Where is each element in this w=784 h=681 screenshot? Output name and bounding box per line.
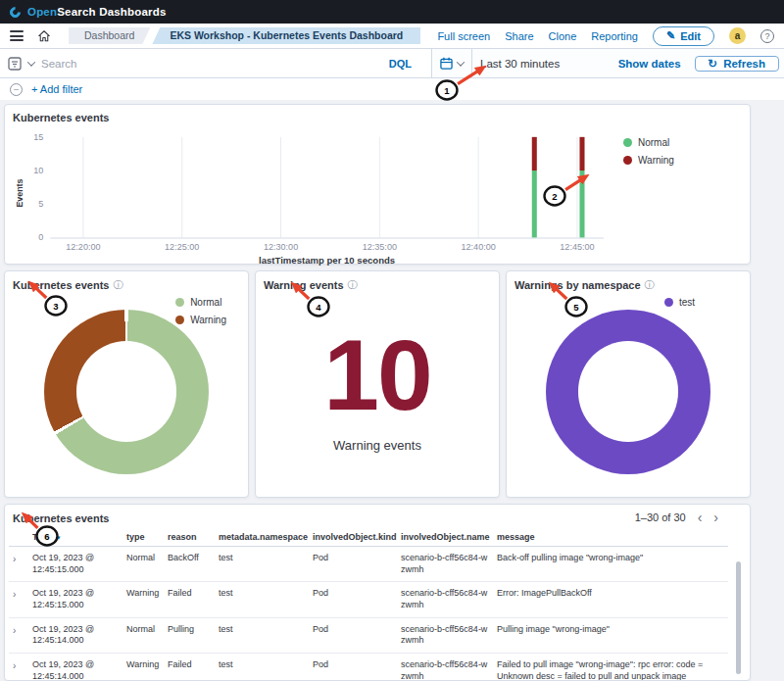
search-input[interactable] (41, 58, 370, 70)
chevron-down-icon (457, 58, 465, 66)
pagination-range: 1–30 of 30 (635, 511, 686, 523)
chart-legend: test (664, 297, 695, 308)
expand-row-icon[interactable]: › (9, 582, 28, 617)
x-tick-label: 12:25:00 (165, 242, 199, 252)
info-icon[interactable]: ⓘ (645, 278, 655, 292)
bar-segment-normal (532, 170, 537, 237)
column-header-time[interactable]: Time▼ (28, 528, 122, 547)
column-header-metadata-namespace[interactable]: metadata.namespace (215, 528, 309, 547)
prev-page-icon[interactable]: ‹ (698, 511, 703, 524)
help-icon[interactable]: ? (760, 29, 774, 43)
panel-kubernetes-events-pie: Kubernetes eventsⓘ NormalWarning (4, 270, 249, 498)
clone-link[interactable]: Clone (549, 30, 577, 42)
type-cell: Normal (122, 547, 164, 582)
x-tick-label: 12:45:00 (560, 242, 594, 252)
table-row[interactable]: ›Oct 19, 2023 @ 12:45:15.000NormalBackOf… (9, 547, 728, 582)
y-tick-label: 10 (33, 166, 43, 175)
share-link[interactable]: Share (505, 30, 533, 42)
reason-cell: Failed (164, 582, 215, 617)
column-header-reason[interactable]: reason (164, 528, 215, 547)
kind-cell: Pod (309, 547, 397, 582)
column-header-message[interactable]: message (493, 528, 728, 547)
query-bar: DQL Last 30 minutes Show dates ↻ Refresh (0, 49, 784, 78)
table-row[interactable]: ›Oct 19, 2023 @ 12:45:14.000NormalPullin… (9, 617, 728, 653)
events-donut-chart[interactable] (44, 310, 209, 474)
expander-header (9, 528, 28, 547)
show-dates-link[interactable]: Show dates (618, 58, 695, 70)
refresh-button[interactable]: ↻ Refresh (695, 56, 779, 72)
home-icon[interactable] (37, 29, 51, 43)
name-cell: scenario-b-cff56c84-wzwmh (397, 654, 493, 681)
chart-legend: NormalWarning (623, 125, 716, 267)
panel-warning-events-metric: Warning eventsⓘ 10 Warning events (255, 270, 500, 498)
namespace-donut-chart[interactable] (546, 310, 710, 474)
expand-row-icon[interactable]: › (9, 654, 28, 681)
legend-dot (623, 156, 632, 165)
name-cell: scenario-b-cff56c84-wzwmh (397, 547, 493, 582)
breadcrumb-dashboard[interactable]: Dashboard (69, 27, 150, 44)
events-bar-chart[interactable]: 12:20:0012:25:0012:30:0012:35:0012:40:00… (11, 125, 623, 267)
legend-dot (623, 138, 632, 147)
legend-item-normal[interactable]: Normal (623, 137, 716, 148)
legend-item-warning[interactable]: Warning (623, 155, 716, 166)
app-title: OpenSearch Dashboards (27, 6, 167, 18)
date-picker: Last 30 minutes Show dates ↻ Refresh (431, 49, 784, 77)
app-header: OpenSearch Dashboards (0, 0, 784, 24)
time-range[interactable]: Last 30 minutes (480, 58, 560, 70)
column-header-involvedobject-name[interactable]: involvedObject.name (397, 528, 493, 547)
legend-dot (664, 298, 673, 307)
warning-events-count: 10 (323, 328, 430, 423)
panel-kubernetes-events-table: Kubernetes events 1–30 of 30 ‹ › Time▼ty… (4, 504, 751, 681)
legend-item-test[interactable]: test (664, 297, 695, 308)
time-cell: Oct 19, 2023 @ 12:45:14.000 (28, 654, 122, 681)
filter-icon[interactable]: – (10, 83, 23, 96)
legend-item-normal[interactable]: Normal (175, 297, 226, 308)
chart-legend: NormalWarning (175, 297, 226, 325)
name-cell: scenario-b-cff56c84-wzwmh (397, 582, 493, 617)
legend-label: Warning (190, 315, 226, 325)
message-cell: Failed to pull image "wrong-image": rpc … (493, 654, 728, 681)
panel-warnings-by-namespace: Warnings by namespaceⓘ test (506, 270, 751, 498)
navbar: Dashboard EKS Workshop - Kubernetes Even… (0, 24, 784, 49)
column-header-involvedobject-kind[interactable]: involvedObject.kind (309, 528, 397, 547)
table-row[interactable]: ›Oct 19, 2023 @ 12:45:15.000WarningFaile… (9, 582, 728, 617)
panel-kubernetes-events-histogram: Kubernetes events 12:20:0012:25:0012:30:… (4, 104, 751, 265)
namespace-cell: test (215, 547, 309, 582)
calendar-button[interactable] (432, 57, 471, 70)
avatar[interactable]: a (729, 27, 746, 44)
full-screen-link[interactable]: Full screen (437, 30, 490, 42)
calendar-icon (440, 57, 453, 70)
y-axis-title: Events (15, 178, 24, 207)
info-icon[interactable]: ⓘ (113, 278, 122, 292)
menu-icon[interactable] (10, 30, 24, 41)
next-page-icon[interactable]: › (713, 511, 718, 524)
expand-row-icon[interactable]: › (9, 617, 28, 653)
panel-title: Warnings by namespaceⓘ (507, 271, 750, 294)
legend-label: test (679, 297, 695, 308)
expand-row-icon[interactable]: › (9, 547, 28, 582)
column-header-type[interactable]: type (122, 528, 164, 547)
table-row[interactable]: ›Oct 19, 2023 @ 12:45:14.000WarningFaile… (9, 654, 728, 681)
saved-query-icon[interactable] (8, 57, 22, 71)
x-tick-label: 12:20:00 (66, 242, 100, 252)
namespace-cell: test (215, 654, 309, 681)
edit-button[interactable]: ✎ Edit (653, 26, 714, 46)
type-cell: Warning (122, 654, 164, 681)
search-box: DQL (0, 49, 431, 77)
dql-button[interactable]: DQL (377, 58, 423, 70)
breadcrumb-current-dashboard[interactable]: EKS Workshop - Kubernetes Events Dashboa… (152, 27, 420, 44)
chevron-down-icon[interactable] (27, 58, 35, 66)
table-header-row: Time▼typereasonmetadata.namespaceinvolve… (9, 528, 728, 547)
legend-dot (175, 316, 184, 324)
add-filter-link[interactable]: + Add filter (31, 83, 82, 95)
legend-label: Warning (638, 155, 674, 166)
namespace-cell: test (215, 617, 309, 653)
reporting-link[interactable]: Reporting (591, 30, 638, 42)
table-scrollbar[interactable] (736, 561, 741, 674)
legend-item-warning[interactable]: Warning (175, 315, 226, 325)
time-cell: Oct 19, 2023 @ 12:45:15.000 (28, 582, 122, 617)
time-cell: Oct 19, 2023 @ 12:45:14.000 (28, 617, 122, 653)
time-cell: Oct 19, 2023 @ 12:45:15.000 (28, 547, 122, 582)
name-cell: scenario-b-cff56c84-wzwmh (397, 617, 493, 653)
pagination: 1–30 of 30 ‹ › (635, 511, 742, 524)
